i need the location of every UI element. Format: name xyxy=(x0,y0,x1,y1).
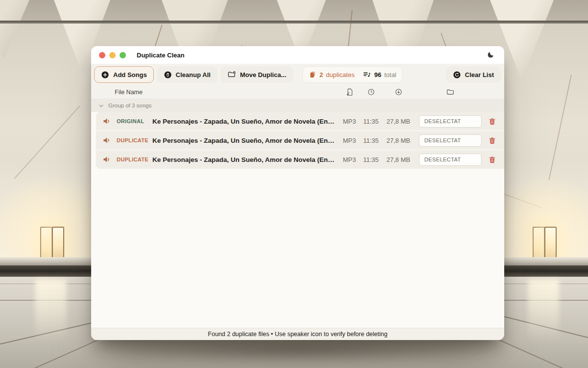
file-format: MP3 xyxy=(340,137,359,144)
floor-light-reflection xyxy=(35,280,67,341)
file-size: 27,8 MB xyxy=(383,118,414,125)
table-row[interactable]: ORIGINAL Ke Personajes - Zapada, Un Sueñ… xyxy=(96,112,504,131)
duplicates-stat: 2 duplicates xyxy=(309,71,355,79)
move-folder-icon xyxy=(227,70,236,79)
clear-list-label: Clear List xyxy=(465,71,494,79)
location-column-header[interactable] xyxy=(419,88,482,97)
file-format: MP3 xyxy=(340,156,359,163)
group-header[interactable]: Group of 3 songs xyxy=(91,99,504,112)
add-songs-button[interactable]: Add Songs xyxy=(94,66,154,83)
lamp-panel xyxy=(544,227,557,260)
file-name: Ke Personajes - Zapada, Un Sueño, Amor d… xyxy=(152,118,340,125)
delete-file-button[interactable] xyxy=(486,156,498,164)
duplicates-count: 2 xyxy=(319,71,323,79)
close-button[interactable] xyxy=(99,52,105,58)
play-preview-button[interactable] xyxy=(100,116,113,126)
status-badge: DUPLICATE xyxy=(117,137,151,143)
file-size: 27,8 MB xyxy=(383,156,414,163)
window-drop-shadow xyxy=(83,337,510,364)
deselect-button[interactable]: DESELECTAT xyxy=(419,134,482,147)
duration-column-header[interactable] xyxy=(359,88,383,96)
speaker-icon xyxy=(102,155,112,164)
total-count: 96 xyxy=(374,71,381,79)
speaker-icon xyxy=(102,135,112,145)
deselect-button[interactable]: DESELECTAT xyxy=(419,154,482,166)
floor-light-reflection xyxy=(528,280,559,341)
status-text: Found 2 duplicate files • Use speaker ic… xyxy=(208,331,387,338)
trash-icon xyxy=(488,156,496,164)
clock-icon xyxy=(367,88,375,96)
table-row[interactable]: DUPLICATE Ke Personajes - Zapada, Un Sue… xyxy=(96,131,504,150)
zoom-button[interactable] xyxy=(120,52,126,58)
title-bar[interactable]: Duplicate Clean xyxy=(91,46,504,64)
delete-file-button[interactable] xyxy=(486,136,498,145)
status-bar: Found 2 duplicate files • Use speaker ic… xyxy=(91,328,504,340)
clear-list-button[interactable]: Clear List xyxy=(446,66,501,83)
lamp-panel xyxy=(533,227,545,260)
traffic-lights xyxy=(99,52,126,58)
total-label: total xyxy=(384,71,396,79)
file-name: Ke Personajes - Zapada, Un Sueño, Amor d… xyxy=(152,137,340,144)
arrow-down-circle-icon xyxy=(394,88,403,96)
stats-pill: 2 duplicates 96 total xyxy=(302,66,403,83)
deselect-button[interactable]: DESELECTAT xyxy=(419,115,482,128)
move-duplicates-label: Move Duplica... xyxy=(240,71,287,79)
lamp-panel xyxy=(52,227,64,260)
move-duplicates-button[interactable]: Move Duplica... xyxy=(220,66,294,83)
file-duration: 11:35 xyxy=(359,118,383,125)
file-name: Ke Personajes - Zapada, Un Sueño, Amor d… xyxy=(152,156,340,163)
trash-circle-icon xyxy=(164,71,172,79)
total-stat: 96 total xyxy=(363,70,396,79)
folder-icon xyxy=(446,88,455,97)
chevron-down-icon xyxy=(98,103,104,109)
play-preview-button[interactable] xyxy=(100,155,113,164)
empty-list-area xyxy=(91,169,504,328)
duplicates-label: duplicates xyxy=(326,71,355,79)
size-column-header[interactable] xyxy=(383,88,414,96)
document-copy-icon xyxy=(309,71,317,79)
trash-icon xyxy=(488,117,496,126)
lamp-panel xyxy=(40,227,52,260)
cleanup-all-label: Cleanup All xyxy=(176,71,211,79)
wall-groove xyxy=(0,21,588,24)
table-row[interactable]: DUPLICATE Ke Personajes - Zapada, Un Sue… xyxy=(96,150,504,169)
dark-mode-toggle[interactable] xyxy=(485,49,496,61)
duplicate-group: Group of 3 songs ORIGINAL Ke Personajes … xyxy=(91,99,504,169)
minimize-button[interactable] xyxy=(109,52,116,58)
speaker-icon xyxy=(102,116,112,126)
delete-file-button[interactable] xyxy=(486,117,498,126)
window-title: Duplicate Clean xyxy=(137,52,185,59)
trash-icon xyxy=(488,136,496,145)
plus-circle-icon xyxy=(101,71,109,79)
file-size: 27,8 MB xyxy=(383,137,414,144)
queue-music-icon xyxy=(363,70,371,79)
status-badge: DUPLICATE xyxy=(117,157,151,162)
format-column-header[interactable] xyxy=(340,88,359,96)
cleanup-all-button[interactable]: Cleanup All xyxy=(157,66,218,83)
group-rows: ORIGINAL Ke Personajes - Zapada, Un Sueñ… xyxy=(96,112,504,169)
table-header: File Name xyxy=(91,85,504,99)
status-badge: ORIGINAL xyxy=(117,118,151,124)
group-label: Group of 3 songs xyxy=(108,103,151,108)
play-preview-button[interactable] xyxy=(100,135,113,145)
add-songs-label: Add Songs xyxy=(113,71,147,79)
app-window: Duplicate Clean Add Songs Cleanup All Mo… xyxy=(91,46,504,340)
file-duration: 11:35 xyxy=(359,137,383,144)
moon-icon xyxy=(487,51,494,59)
music-document-icon xyxy=(345,88,354,96)
file-format: MP3 xyxy=(340,118,359,125)
toolbar: Add Songs Cleanup All Move Duplica... 2 … xyxy=(91,64,504,85)
file-name-header: File Name xyxy=(115,89,143,96)
file-duration: 11:35 xyxy=(359,156,383,163)
reset-circle-icon xyxy=(453,71,461,79)
